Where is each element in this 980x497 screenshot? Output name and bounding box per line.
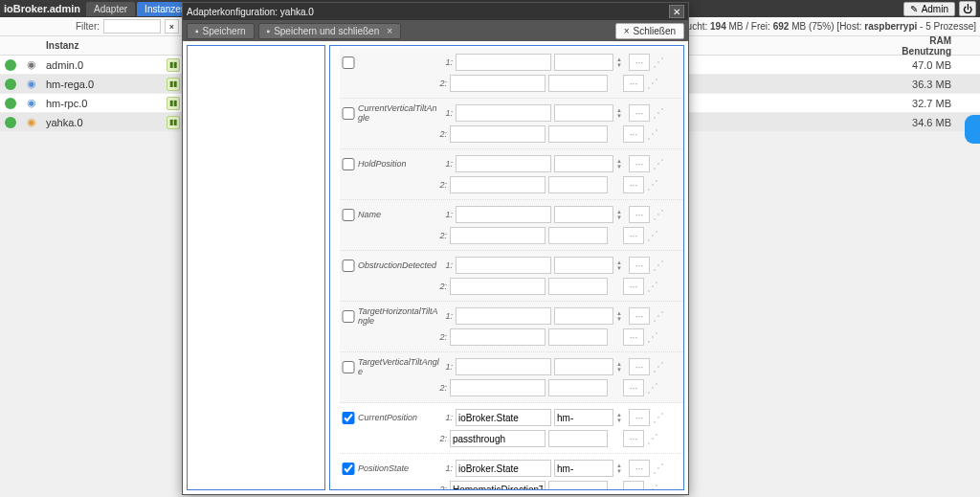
more-button[interactable]: ··· xyxy=(623,278,644,295)
characteristic-checkbox[interactable] xyxy=(342,310,355,323)
conversion-function-select[interactable] xyxy=(450,75,546,92)
characteristic-checkbox[interactable] xyxy=(342,209,355,221)
characteristic-block: PositionState1:▲▼···⋰2:···⋰ xyxy=(340,454,683,490)
spinner-icon[interactable]: ▲▼ xyxy=(616,158,626,169)
inout-param-input[interactable] xyxy=(554,409,613,426)
conversion-param-input[interactable] xyxy=(548,481,608,490)
conversion-function-select[interactable] xyxy=(450,379,546,396)
play-pause-button[interactable]: ▮▮ xyxy=(167,116,180,129)
inout-param-input[interactable] xyxy=(554,104,613,122)
save-close-button[interactable]: ▪Speichern und schließen× xyxy=(258,23,401,39)
spinner-icon[interactable]: ▲▼ xyxy=(616,260,626,271)
exit-button[interactable]: ⏻ xyxy=(959,1,976,16)
play-pause-button[interactable]: ▮▮ xyxy=(167,58,180,72)
conversion-param-input[interactable] xyxy=(548,328,608,346)
admin-button[interactable]: ✎ Admin xyxy=(903,2,955,16)
inout-param-input[interactable] xyxy=(554,206,613,223)
conversion-function-select[interactable] xyxy=(450,278,546,295)
conversion-param-input[interactable] xyxy=(548,125,608,143)
status-dot xyxy=(5,59,16,71)
more-button[interactable]: ··· xyxy=(623,379,644,396)
close-button[interactable]: ×Schließen xyxy=(615,23,684,39)
inout-function-select[interactable] xyxy=(456,104,551,122)
more-button[interactable]: ··· xyxy=(629,155,650,172)
inout-param-input[interactable] xyxy=(554,307,613,325)
row-index-2: 2: xyxy=(437,485,447,490)
characteristic-checkbox[interactable] xyxy=(342,260,355,272)
conversion-param-input[interactable] xyxy=(548,227,608,244)
characteristic-checkbox[interactable] xyxy=(342,158,355,170)
characteristic-checkbox[interactable] xyxy=(342,361,355,373)
spinner-icon[interactable]: ▲▼ xyxy=(616,310,626,322)
modal-close-x[interactable]: ✕ xyxy=(669,5,684,18)
inout-function-select[interactable] xyxy=(456,307,551,325)
conversion-function-select[interactable] xyxy=(450,481,546,490)
header-ram: RAM Benutzung xyxy=(894,35,961,56)
filter-input[interactable] xyxy=(103,19,161,34)
inout-function-select[interactable] xyxy=(456,155,551,172)
device-list-pane[interactable] xyxy=(187,45,325,490)
play-pause-button[interactable]: ▮▮ xyxy=(167,97,180,110)
conversion-function-select[interactable] xyxy=(450,430,546,447)
tab-adapter[interactable]: Adapter xyxy=(86,2,135,16)
more-button[interactable]: ··· xyxy=(623,125,644,143)
play-pause-button[interactable]: ▮▮ xyxy=(167,78,180,91)
conversion-param-input[interactable] xyxy=(548,430,608,447)
inout-function-select[interactable] xyxy=(456,358,551,375)
inout-function-select[interactable] xyxy=(456,54,551,71)
spinner-icon[interactable]: ▲▼ xyxy=(616,361,626,373)
conversion-param-input[interactable] xyxy=(548,278,608,295)
conversion-param-input[interactable] xyxy=(548,176,608,193)
more-button[interactable]: ··· xyxy=(623,227,644,244)
more-button[interactable]: ··· xyxy=(629,409,650,426)
save-button[interactable]: ▪Speichern xyxy=(187,23,255,39)
conversion-function-select[interactable] xyxy=(450,227,546,244)
spinner-icon[interactable]: ▲▼ xyxy=(616,209,626,220)
more-button[interactable]: ··· xyxy=(629,104,650,122)
more-button[interactable]: ··· xyxy=(623,481,644,490)
spinner-icon[interactable]: ▲▼ xyxy=(616,56,626,68)
more-button[interactable]: ··· xyxy=(623,75,644,92)
more-button[interactable]: ··· xyxy=(629,257,650,274)
characteristic-checkbox[interactable] xyxy=(342,412,355,424)
characteristic-label: TargetHorizontalTiltAngle xyxy=(358,306,440,326)
conversion-param-input[interactable] xyxy=(548,75,608,92)
inout-param-input[interactable] xyxy=(554,460,613,477)
inout-param-input[interactable] xyxy=(554,54,613,71)
conversion-function-select[interactable] xyxy=(450,176,546,193)
more-button[interactable]: ··· xyxy=(629,307,650,325)
more-button[interactable]: ··· xyxy=(623,430,644,447)
row-index-1: 1: xyxy=(443,57,453,67)
inout-param-input[interactable] xyxy=(554,155,613,172)
more-button[interactable]: ··· xyxy=(623,176,644,193)
more-button[interactable]: ··· xyxy=(629,460,650,477)
more-button[interactable]: ··· xyxy=(629,206,650,223)
row-index-1: 1: xyxy=(443,362,453,372)
resize-handle-icon: ⋰ xyxy=(653,411,660,424)
inout-function-select[interactable] xyxy=(456,206,551,223)
filter-clear-button[interactable]: × xyxy=(165,19,179,34)
characteristic-checkbox[interactable] xyxy=(342,56,355,69)
conversion-function-select[interactable] xyxy=(450,125,546,143)
inout-param-input[interactable] xyxy=(554,257,613,274)
more-button[interactable]: ··· xyxy=(623,328,644,346)
resize-handle-icon: ⋰ xyxy=(653,360,660,373)
conversion-function-select[interactable] xyxy=(450,328,546,346)
disk-icon: ▪ xyxy=(195,26,199,36)
inout-function-select[interactable] xyxy=(456,460,551,477)
inout-param-input[interactable] xyxy=(554,358,613,375)
conversion-param-input[interactable] xyxy=(548,379,608,396)
inout-function-select[interactable] xyxy=(456,257,551,274)
instance-name: hm-rega.0 xyxy=(42,79,167,90)
feedback-bubble[interactable] xyxy=(965,115,980,144)
characteristic-checkbox[interactable] xyxy=(342,107,355,120)
spinner-icon[interactable]: ▲▼ xyxy=(616,107,626,119)
spinner-icon[interactable]: ▲▼ xyxy=(616,463,626,474)
inout-function-select[interactable] xyxy=(456,409,551,426)
resize-handle-icon: ⋰ xyxy=(647,77,655,90)
spinner-icon[interactable]: ▲▼ xyxy=(616,412,626,423)
more-button[interactable]: ··· xyxy=(629,54,650,71)
characteristic-checkbox[interactable] xyxy=(342,463,355,475)
characteristic-label: HoldPosition xyxy=(358,159,440,169)
more-button[interactable]: ··· xyxy=(629,358,650,375)
